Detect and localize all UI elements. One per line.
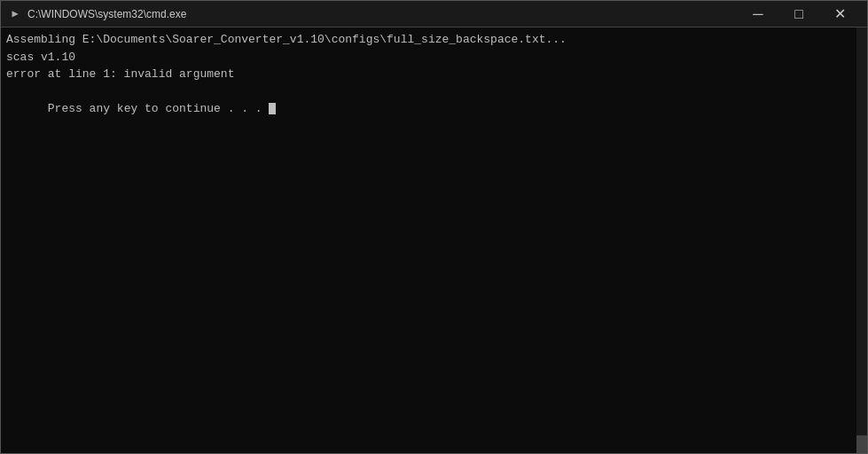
scrollbar-thumb (856, 435, 867, 453)
console-line-2: scas v1.10 (6, 49, 862, 67)
console-line-5: Press any key to continue . . . (6, 83, 862, 136)
console-line-3: error at line 1: invalid argument (6, 66, 862, 83)
titlebar-controls: ─ □ ✕ (738, 1, 860, 27)
minimize-button[interactable]: ─ (738, 1, 778, 27)
titlebar: ▶ C:\WINDOWS\system32\cmd.exe ─ □ ✕ (1, 1, 867, 27)
titlebar-icon: ▶ (8, 7, 22, 21)
cmd-window: ▶ C:\WINDOWS\system32\cmd.exe ─ □ ✕ Asse… (0, 0, 868, 454)
scrollbar[interactable] (856, 27, 867, 453)
titlebar-title: C:\WINDOWS\system32\cmd.exe (27, 8, 738, 20)
close-button[interactable]: ✕ (819, 1, 860, 27)
maximize-button[interactable]: □ (778, 1, 819, 27)
console-line-1: Assembling E:\Documents\Soarer_Converter… (6, 31, 862, 49)
cursor-blink (269, 103, 276, 114)
console-output[interactable]: Assembling E:\Documents\Soarer_Converter… (1, 27, 867, 453)
